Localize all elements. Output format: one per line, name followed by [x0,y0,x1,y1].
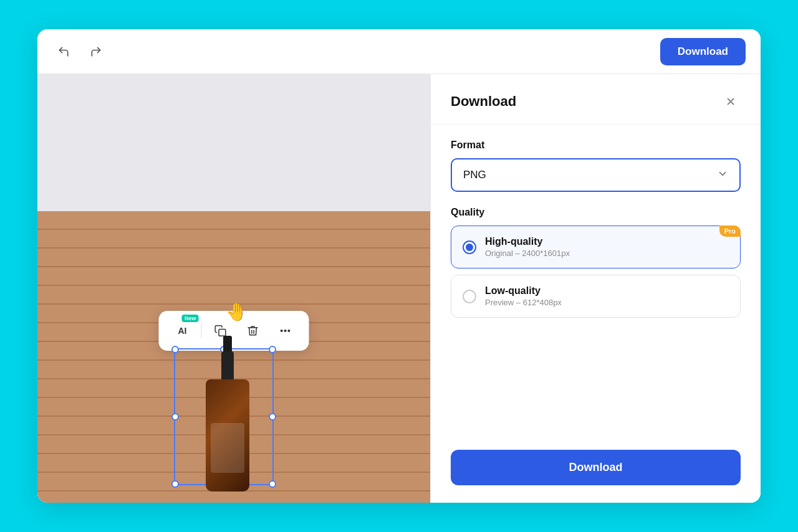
quality-option-low[interactable]: Low-quality Preview – 612*408px [451,275,741,318]
download-panel: Download Format PNG [430,74,761,503]
panel-title: Download [451,93,516,110]
main-content: AI New [37,74,761,503]
more-button[interactable] [272,317,299,344]
pro-badge: Pro [719,226,741,237]
app-container: Download AI New [37,29,761,503]
bottle-body [206,379,249,492]
quality-info-low: Low-quality Preview – 612*408px [485,285,562,307]
svg-point-3 [288,330,290,332]
undo-button[interactable] [52,40,75,63]
svg-point-2 [284,330,286,332]
canvas-area: AI New [37,74,430,503]
redo-button[interactable] [85,40,107,63]
quality-label: Quality [451,207,741,218]
svg-rect-0 [219,330,226,336]
quality-option-high[interactable]: High-quality Original – 2400*1601px Pro [451,226,741,268]
quality-name-high: High-quality [485,236,570,247]
panel-header: Download [431,74,761,125]
download-panel-button[interactable]: Download [451,450,741,485]
quality-info-high: High-quality Original – 2400*1601px [485,236,570,258]
radio-dot-high [466,244,473,251]
radio-high [463,240,476,254]
radio-low [463,290,476,303]
download-header-button[interactable]: Download [660,38,746,65]
new-badge: New [182,315,199,322]
format-label: Format [451,140,741,151]
toolbar: Download [37,29,761,74]
close-panel-button[interactable] [721,92,741,112]
panel-body: Format PNG Quality [431,125,761,437]
copy-icon [214,325,227,337]
more-icon [279,325,292,337]
ai-button[interactable]: AI New [169,317,196,344]
quality-desc-low: Preview – 612*408px [485,298,562,307]
toolbar-left [52,40,107,63]
format-section: Format PNG [451,140,741,192]
format-dropdown[interactable]: PNG [451,158,741,192]
quality-name-low: Low-quality [485,285,562,297]
product-bottle [196,354,259,492]
svg-point-1 [281,330,282,332]
chevron-down-icon [717,168,728,182]
quality-desc-high: Original – 2400*1601px [485,249,570,258]
trash-icon [247,325,259,337]
quality-section: Quality High-quality Original – 2400*160… [451,207,741,324]
delete-button[interactable] [239,317,267,344]
gray-top [37,74,430,211]
ai-icon: AI [178,326,187,336]
close-icon [725,96,736,107]
bottle-neck [221,351,234,382]
divider-1 [201,323,202,338]
floating-toolbar: AI New [159,311,309,351]
format-value: PNG [463,169,486,181]
panel-footer: Download [431,437,761,503]
bottle-label [211,423,244,473]
